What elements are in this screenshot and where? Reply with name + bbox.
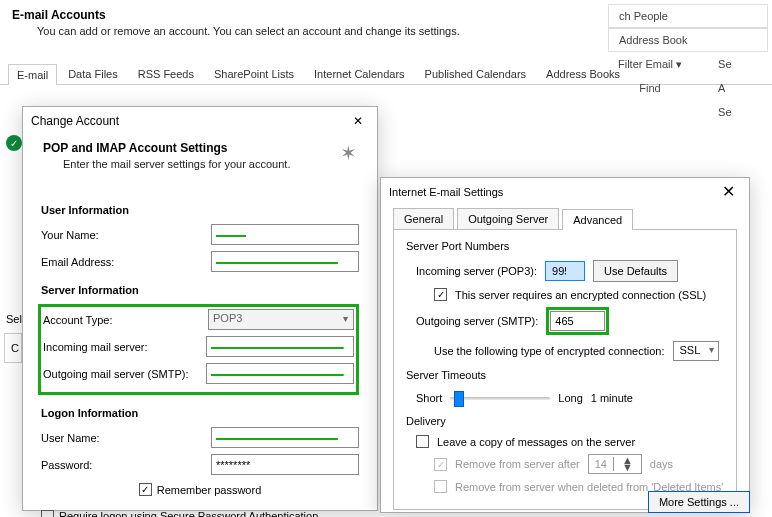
tab-advanced[interactable]: Advanced bbox=[562, 209, 633, 230]
days-label: days bbox=[650, 458, 673, 470]
label-account-type: Account Type: bbox=[43, 314, 202, 326]
filter-email-menu[interactable]: Filter Email ▾ bbox=[608, 52, 692, 76]
label-incoming-port: Incoming server (POP3): bbox=[416, 265, 537, 277]
close-icon[interactable]: ✕ bbox=[716, 180, 741, 204]
email-input[interactable] bbox=[211, 251, 359, 272]
section-user-info: User Information bbox=[41, 204, 359, 216]
dialog-titlebar: Internet E-mail Settings ✕ bbox=[381, 178, 749, 206]
tab-outgoing-server[interactable]: Outgoing Server bbox=[457, 208, 559, 229]
remove-after-days-spinner: 14▲▼ bbox=[588, 454, 642, 474]
tab-published-cal[interactable]: Published Calendars bbox=[416, 63, 536, 84]
ribbon-fragment: Se bbox=[708, 100, 741, 124]
section-timeouts: Server Timeouts bbox=[406, 369, 724, 381]
use-defaults-button[interactable]: Use Defaults bbox=[593, 260, 678, 282]
tab-email[interactable]: E-mail bbox=[8, 64, 57, 85]
section-logon-info: Logon Information bbox=[41, 407, 359, 419]
label-email: Email Address: bbox=[41, 256, 205, 268]
password-input[interactable] bbox=[211, 454, 359, 475]
label-password: Password: bbox=[41, 459, 205, 471]
encryption-dropdown[interactable]: SSL bbox=[673, 341, 720, 361]
close-icon[interactable]: ✕ bbox=[347, 111, 369, 131]
tab-general[interactable]: General bbox=[393, 208, 454, 229]
tab-rss[interactable]: RSS Feeds bbox=[129, 63, 203, 84]
timeout-long-label: Long bbox=[558, 392, 582, 404]
leave-copy-checkbox[interactable] bbox=[416, 435, 429, 448]
outgoing-port-input[interactable] bbox=[550, 311, 605, 331]
section-delivery: Delivery bbox=[406, 415, 724, 427]
tab-sharepoint[interactable]: SharePoint Lists bbox=[205, 63, 303, 84]
encryption-label: Use the following type of encrypted conn… bbox=[434, 345, 665, 357]
dialog-title: Change Account bbox=[31, 114, 119, 128]
timeout-value: 1 minute bbox=[591, 392, 633, 404]
dialog-subheading: Enter the mail server settings for your … bbox=[43, 158, 290, 170]
dialog-title: Internet E-mail Settings bbox=[389, 186, 503, 198]
remove-deleted-checkbox bbox=[434, 480, 447, 493]
ssl-label: This server requires an encrypted connec… bbox=[455, 289, 706, 301]
spa-label: Require logon using Secure Password Auth… bbox=[59, 510, 349, 517]
leave-copy-label: Leave a copy of messages on the server bbox=[437, 436, 635, 448]
spa-checkbox[interactable] bbox=[41, 510, 54, 517]
ribbon-fragment: A bbox=[708, 76, 741, 100]
section-server-info: Server Information bbox=[41, 284, 359, 296]
label-outgoing-server: Outgoing mail server (SMTP): bbox=[43, 368, 200, 380]
remove-after-checkbox bbox=[434, 458, 447, 471]
search-people-input[interactable]: ch People bbox=[608, 4, 768, 28]
section-port-numbers: Server Port Numbers bbox=[406, 240, 724, 252]
more-settings-button[interactable]: More Settings ... bbox=[648, 491, 750, 513]
dialog-heading: POP and IMAP Account Settings bbox=[43, 141, 290, 155]
internet-email-settings-dialog: Internet E-mail Settings ✕ General Outgo… bbox=[380, 177, 750, 513]
outgoing-server-input[interactable] bbox=[206, 363, 354, 384]
cursor-decoration-icon: ✶ bbox=[340, 141, 357, 170]
ribbon-fragment: Se bbox=[708, 52, 741, 76]
dialog-titlebar: Change Account ✕ bbox=[23, 107, 377, 135]
remember-password-label: Remember password bbox=[157, 484, 262, 496]
tab-data-files[interactable]: Data Files bbox=[59, 63, 127, 84]
timeout-slider[interactable] bbox=[450, 389, 550, 407]
incoming-port-input[interactable] bbox=[545, 261, 585, 281]
default-account-check-icon: ✓ bbox=[6, 135, 22, 151]
find-group-label: Find bbox=[608, 76, 692, 100]
label-outgoing-port: Outgoing server (SMTP): bbox=[416, 315, 538, 327]
tab-internet-cal[interactable]: Internet Calendars bbox=[305, 63, 414, 84]
remove-after-label: Remove from server after bbox=[455, 458, 580, 470]
bg-ribbon-right: ch People Address Book Filter Email ▾ Fi… bbox=[608, 4, 768, 124]
incoming-server-input[interactable] bbox=[206, 336, 354, 357]
your-name-input[interactable] bbox=[211, 224, 359, 245]
label-incoming-server: Incoming mail server: bbox=[43, 341, 200, 353]
spinner-value: 14 bbox=[589, 458, 613, 470]
bg-fragment: C bbox=[4, 333, 22, 363]
username-input[interactable] bbox=[211, 427, 359, 448]
timeout-short-label: Short bbox=[416, 392, 442, 404]
ssl-checkbox[interactable] bbox=[434, 288, 447, 301]
account-type-dropdown: POP3 bbox=[208, 309, 354, 330]
change-account-dialog: Change Account ✕ POP and IMAP Account Se… bbox=[22, 106, 378, 511]
address-book-button[interactable]: Address Book bbox=[608, 28, 768, 52]
label-your-name: Your Name: bbox=[41, 229, 205, 241]
remember-password-checkbox[interactable] bbox=[139, 483, 152, 496]
label-username: User Name: bbox=[41, 432, 205, 444]
